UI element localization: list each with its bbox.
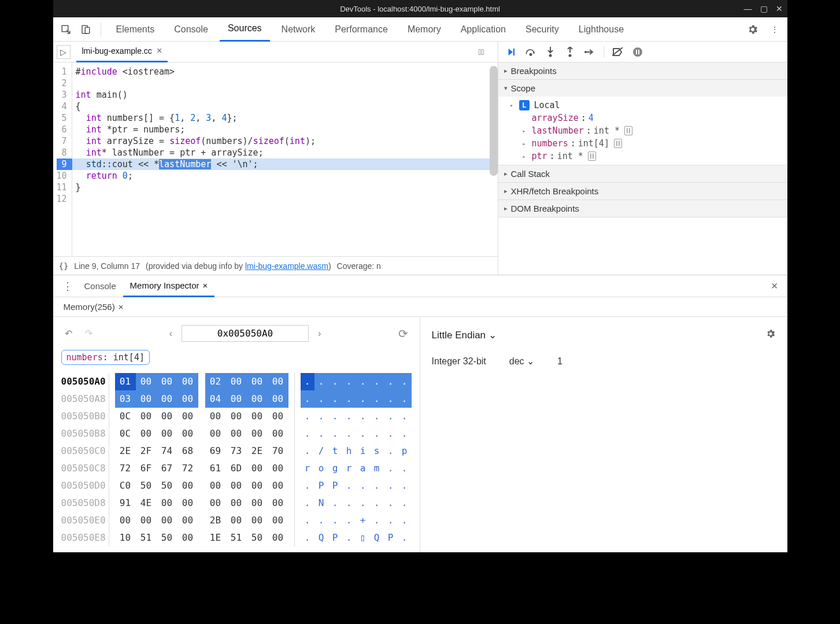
coverage-text: Coverage: n bbox=[337, 261, 381, 271]
chevron-down-icon: ⌄ bbox=[489, 330, 497, 341]
svg-point-5 bbox=[549, 54, 552, 57]
svg-rect-10 bbox=[636, 50, 637, 54]
page-next-icon[interactable]: › bbox=[314, 327, 324, 340]
drawer-tab-console[interactable]: Console bbox=[77, 275, 123, 297]
svg-point-7 bbox=[584, 51, 587, 53]
object-chip[interactable]: numbers: int[4] bbox=[61, 350, 150, 365]
svg-point-6 bbox=[568, 54, 571, 57]
tab-sources[interactable]: Sources bbox=[220, 17, 270, 42]
svg-rect-2 bbox=[85, 27, 90, 34]
section-callstack[interactable]: ▸Call Stack bbox=[498, 165, 787, 182]
line-gutter: 123456789101112 bbox=[53, 62, 72, 256]
cursor-position: Line 9, Column 17 bbox=[74, 261, 140, 271]
step-out-icon[interactable] bbox=[564, 46, 576, 58]
resume-icon[interactable] bbox=[505, 46, 517, 58]
scope-local[interactable]: ▾LLocal bbox=[498, 99, 787, 112]
step-over-icon[interactable] bbox=[525, 46, 536, 58]
device-toggle-icon[interactable] bbox=[77, 21, 94, 38]
close-drawer-icon[interactable]: × bbox=[767, 279, 783, 293]
file-tabs: ▷ lmi-bug-example.cc × ▷⃞ bbox=[53, 42, 498, 62]
close-drawer-tab-icon[interactable]: × bbox=[203, 280, 208, 290]
source-editor[interactable]: 123456789101112 #include <iostream>int m… bbox=[53, 62, 498, 256]
more-icon[interactable]: ⋮ bbox=[767, 21, 783, 38]
reveal-memory-icon[interactable]: ⁞⁞ bbox=[614, 139, 622, 148]
tab-lighthouse[interactable]: Lighthouse bbox=[571, 17, 632, 42]
value-type: Integer 32-bit bbox=[432, 356, 486, 367]
wasm-link[interactable]: lmi-bug-example.wasm bbox=[245, 261, 328, 271]
svg-point-4 bbox=[530, 53, 531, 55]
tab-security[interactable]: Security bbox=[517, 17, 567, 42]
inspector-settings-icon[interactable] bbox=[765, 328, 776, 342]
window-titlebar: DevTools - localhost:4000/lmi-bug-exampl… bbox=[53, 0, 787, 17]
refresh-icon[interactable]: ⟳ bbox=[395, 326, 412, 342]
debugger-sidebar: ▸Breakpoints ▾Scope ▾LLocal arraySize: 4… bbox=[498, 42, 787, 275]
divider bbox=[604, 46, 604, 58]
page-prev-icon[interactable]: ‹ bbox=[166, 327, 176, 340]
tab-console[interactable]: Console bbox=[166, 17, 216, 42]
tab-memory[interactable]: Memory bbox=[399, 17, 449, 42]
section-xhr[interactable]: ▸XHR/fetch Breakpoints bbox=[498, 183, 787, 200]
history-back-icon[interactable]: ↶ bbox=[61, 327, 76, 340]
run-snippet-icon[interactable]: ▷⃞ bbox=[475, 45, 489, 59]
reveal-memory-icon[interactable]: ⁞⁞ bbox=[624, 126, 632, 135]
section-dom[interactable]: ▸DOM Breakpoints bbox=[498, 200, 787, 217]
endian-select[interactable]: Little Endian ⌄ bbox=[432, 329, 497, 341]
chevron-down-icon: ⌄ bbox=[527, 356, 534, 366]
format-icon[interactable]: {} bbox=[59, 261, 69, 271]
close-icon[interactable]: ✕ bbox=[776, 4, 783, 13]
divider bbox=[101, 23, 101, 36]
history-fwd-icon[interactable]: ↷ bbox=[82, 327, 96, 340]
debug-provided: (provided via debug info by lmi-bug-exam… bbox=[146, 261, 331, 271]
gear-icon[interactable] bbox=[745, 21, 761, 38]
local-badge: L bbox=[519, 100, 530, 110]
close-tab-icon[interactable]: × bbox=[157, 46, 162, 56]
maximize-icon[interactable]: ▢ bbox=[760, 4, 768, 13]
scope-var-arraySize[interactable]: arraySize: 4 bbox=[498, 112, 787, 124]
memory-instance-tab[interactable]: Memory(256)× bbox=[58, 302, 129, 312]
svg-point-9 bbox=[633, 47, 642, 57]
tab-performance[interactable]: Performance bbox=[327, 17, 396, 42]
close-mem-tab-icon[interactable]: × bbox=[119, 302, 124, 312]
drawer: ⋮ Console Memory Inspector× × Memory(256… bbox=[53, 275, 787, 552]
svg-rect-3 bbox=[513, 49, 514, 56]
drawer-tab-memory-inspector[interactable]: Memory Inspector× bbox=[123, 275, 215, 297]
debug-toolbar bbox=[498, 42, 787, 62]
inspect-icon[interactable] bbox=[58, 21, 74, 38]
endian-row: Little Endian ⌄ bbox=[432, 325, 776, 345]
step-into-icon[interactable] bbox=[545, 46, 556, 58]
main-tabs: Elements Console Sources Network Perform… bbox=[53, 17, 787, 42]
debugger-play-icon[interactable]: ▷ bbox=[57, 45, 71, 59]
file-tab[interactable]: lmi-bug-example.cc × bbox=[76, 42, 168, 62]
window-title: DevTools - localhost:4000/lmi-bug-exampl… bbox=[340, 5, 500, 13]
pause-exceptions-icon[interactable] bbox=[632, 46, 643, 58]
reveal-memory-icon[interactable]: ⁞⁞ bbox=[588, 152, 596, 161]
format-select[interactable]: dec ⌄ bbox=[509, 356, 534, 367]
section-breakpoints[interactable]: ▸Breakpoints bbox=[498, 62, 787, 79]
file-tab-name: lmi-bug-example.cc bbox=[82, 46, 152, 56]
value-display: 1 bbox=[557, 356, 563, 367]
scope-var-ptr[interactable]: ▸ptr: int *⁞⁞ bbox=[498, 150, 787, 163]
address-input[interactable] bbox=[182, 325, 309, 342]
status-bar: {} Line 9, Column 17 (provided via debug… bbox=[53, 256, 498, 275]
scope-var-lastNumber[interactable]: ▸lastNumber: int *⁞⁞ bbox=[498, 124, 787, 137]
code-area[interactable]: #include <iostream>int main(){ int numbe… bbox=[72, 62, 498, 256]
tab-network[interactable]: Network bbox=[273, 17, 324, 42]
svg-rect-11 bbox=[638, 50, 639, 54]
scope-var-numbers[interactable]: ▸numbers: int[4]⁞⁞ bbox=[498, 137, 787, 150]
minimize-icon[interactable]: — bbox=[744, 4, 752, 13]
scrollbar-thumb[interactable] bbox=[490, 66, 498, 176]
tab-application[interactable]: Application bbox=[453, 17, 514, 42]
section-scope[interactable]: ▾Scope bbox=[498, 80, 787, 97]
step-icon[interactable] bbox=[584, 46, 595, 58]
drawer-menu-icon[interactable]: ⋮ bbox=[58, 280, 77, 293]
deactivate-breakpoints-icon[interactable] bbox=[612, 46, 624, 58]
hex-viewer[interactable]: 005050A00100000002000000........005050A8… bbox=[61, 373, 412, 547]
tab-elements[interactable]: Elements bbox=[108, 17, 163, 42]
